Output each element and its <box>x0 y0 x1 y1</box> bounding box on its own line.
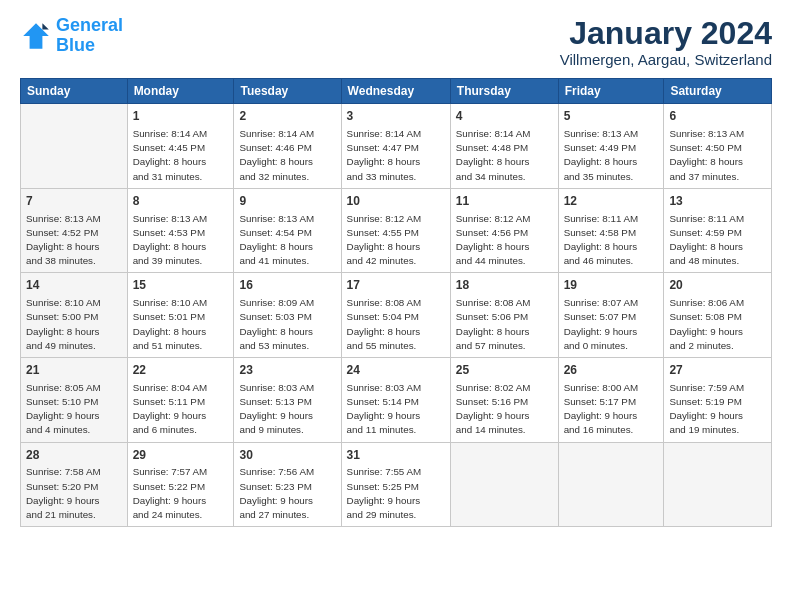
calendar-cell: 7Sunrise: 8:13 AMSunset: 4:52 PMDaylight… <box>21 188 128 273</box>
page: General Blue January 2024 Villmergen, Aa… <box>0 0 792 612</box>
calendar-cell: 26Sunrise: 8:00 AMSunset: 5:17 PMDayligh… <box>558 358 664 443</box>
main-title: January 2024 <box>560 16 772 51</box>
day-info: Sunrise: 7:57 AMSunset: 5:22 PMDaylight:… <box>133 465 229 522</box>
day-number: 7 <box>26 193 122 210</box>
day-info: Sunrise: 8:12 AMSunset: 4:56 PMDaylight:… <box>456 212 553 269</box>
day-info: Sunrise: 8:13 AMSunset: 4:53 PMDaylight:… <box>133 212 229 269</box>
day-info: Sunrise: 8:13 AMSunset: 4:52 PMDaylight:… <box>26 212 122 269</box>
day-info: Sunrise: 8:02 AMSunset: 5:16 PMDaylight:… <box>456 381 553 438</box>
day-number: 21 <box>26 362 122 379</box>
day-info: Sunrise: 8:14 AMSunset: 4:47 PMDaylight:… <box>347 127 445 184</box>
calendar-cell: 3Sunrise: 8:14 AMSunset: 4:47 PMDaylight… <box>341 104 450 189</box>
day-of-week-header: Tuesday <box>234 79 341 104</box>
day-number: 9 <box>239 193 335 210</box>
calendar-cell: 9Sunrise: 8:13 AMSunset: 4:54 PMDaylight… <box>234 188 341 273</box>
calendar-cell: 15Sunrise: 8:10 AMSunset: 5:01 PMDayligh… <box>127 273 234 358</box>
calendar-cell: 29Sunrise: 7:57 AMSunset: 5:22 PMDayligh… <box>127 442 234 527</box>
calendar-cell: 23Sunrise: 8:03 AMSunset: 5:13 PMDayligh… <box>234 358 341 443</box>
calendar-cell: 17Sunrise: 8:08 AMSunset: 5:04 PMDayligh… <box>341 273 450 358</box>
calendar-week-row: 7Sunrise: 8:13 AMSunset: 4:52 PMDaylight… <box>21 188 772 273</box>
day-info: Sunrise: 8:14 AMSunset: 4:46 PMDaylight:… <box>239 127 335 184</box>
day-number: 17 <box>347 277 445 294</box>
day-number: 15 <box>133 277 229 294</box>
logo-text: General Blue <box>56 16 123 56</box>
day-number: 10 <box>347 193 445 210</box>
header: General Blue January 2024 Villmergen, Aa… <box>20 16 772 68</box>
calendar-header: SundayMondayTuesdayWednesdayThursdayFrid… <box>21 79 772 104</box>
calendar-cell: 18Sunrise: 8:08 AMSunset: 5:06 PMDayligh… <box>450 273 558 358</box>
calendar-cell: 8Sunrise: 8:13 AMSunset: 4:53 PMDaylight… <box>127 188 234 273</box>
calendar-cell: 10Sunrise: 8:12 AMSunset: 4:55 PMDayligh… <box>341 188 450 273</box>
day-number: 25 <box>456 362 553 379</box>
svg-marker-1 <box>42 23 48 29</box>
day-number: 18 <box>456 277 553 294</box>
calendar-cell: 6Sunrise: 8:13 AMSunset: 4:50 PMDaylight… <box>664 104 772 189</box>
calendar-cell: 19Sunrise: 8:07 AMSunset: 5:07 PMDayligh… <box>558 273 664 358</box>
calendar-cell: 4Sunrise: 8:14 AMSunset: 4:48 PMDaylight… <box>450 104 558 189</box>
calendar-cell: 27Sunrise: 7:59 AMSunset: 5:19 PMDayligh… <box>664 358 772 443</box>
calendar-cell: 31Sunrise: 7:55 AMSunset: 5:25 PMDayligh… <box>341 442 450 527</box>
day-of-week-header: Saturday <box>664 79 772 104</box>
calendar-cell: 5Sunrise: 8:13 AMSunset: 4:49 PMDaylight… <box>558 104 664 189</box>
day-info: Sunrise: 8:11 AMSunset: 4:58 PMDaylight:… <box>564 212 659 269</box>
day-info: Sunrise: 8:10 AMSunset: 5:00 PMDaylight:… <box>26 296 122 353</box>
calendar-cell <box>21 104 128 189</box>
day-number: 20 <box>669 277 766 294</box>
calendar-body: 1Sunrise: 8:14 AMSunset: 4:45 PMDaylight… <box>21 104 772 527</box>
day-info: Sunrise: 8:00 AMSunset: 5:17 PMDaylight:… <box>564 381 659 438</box>
day-info: Sunrise: 8:10 AMSunset: 5:01 PMDaylight:… <box>133 296 229 353</box>
day-of-week-header: Wednesday <box>341 79 450 104</box>
day-info: Sunrise: 7:58 AMSunset: 5:20 PMDaylight:… <box>26 465 122 522</box>
day-info: Sunrise: 8:14 AMSunset: 4:45 PMDaylight:… <box>133 127 229 184</box>
day-info: Sunrise: 7:59 AMSunset: 5:19 PMDaylight:… <box>669 381 766 438</box>
day-number: 8 <box>133 193 229 210</box>
day-number: 16 <box>239 277 335 294</box>
day-number: 5 <box>564 108 659 125</box>
logo-line2: Blue <box>56 35 95 55</box>
day-number: 4 <box>456 108 553 125</box>
calendar-cell: 1Sunrise: 8:14 AMSunset: 4:45 PMDaylight… <box>127 104 234 189</box>
calendar-cell: 12Sunrise: 8:11 AMSunset: 4:58 PMDayligh… <box>558 188 664 273</box>
day-of-week-header: Sunday <box>21 79 128 104</box>
day-number: 22 <box>133 362 229 379</box>
day-of-week-header: Thursday <box>450 79 558 104</box>
calendar-cell: 28Sunrise: 7:58 AMSunset: 5:20 PMDayligh… <box>21 442 128 527</box>
day-number: 29 <box>133 447 229 464</box>
day-info: Sunrise: 8:03 AMSunset: 5:14 PMDaylight:… <box>347 381 445 438</box>
logo-icon <box>20 20 52 52</box>
calendar-week-row: 1Sunrise: 8:14 AMSunset: 4:45 PMDaylight… <box>21 104 772 189</box>
day-number: 24 <box>347 362 445 379</box>
day-info: Sunrise: 7:55 AMSunset: 5:25 PMDaylight:… <box>347 465 445 522</box>
day-number: 2 <box>239 108 335 125</box>
day-info: Sunrise: 8:07 AMSunset: 5:07 PMDaylight:… <box>564 296 659 353</box>
calendar-cell: 14Sunrise: 8:10 AMSunset: 5:00 PMDayligh… <box>21 273 128 358</box>
day-number: 19 <box>564 277 659 294</box>
day-number: 26 <box>564 362 659 379</box>
day-number: 28 <box>26 447 122 464</box>
calendar-cell <box>558 442 664 527</box>
day-number: 30 <box>239 447 335 464</box>
day-number: 23 <box>239 362 335 379</box>
calendar-cell: 21Sunrise: 8:05 AMSunset: 5:10 PMDayligh… <box>21 358 128 443</box>
day-info: Sunrise: 8:04 AMSunset: 5:11 PMDaylight:… <box>133 381 229 438</box>
title-block: January 2024 Villmergen, Aargau, Switzer… <box>560 16 772 68</box>
calendar-week-row: 21Sunrise: 8:05 AMSunset: 5:10 PMDayligh… <box>21 358 772 443</box>
calendar-cell <box>664 442 772 527</box>
calendar-cell: 20Sunrise: 8:06 AMSunset: 5:08 PMDayligh… <box>664 273 772 358</box>
day-info: Sunrise: 8:05 AMSunset: 5:10 PMDaylight:… <box>26 381 122 438</box>
calendar-week-row: 28Sunrise: 7:58 AMSunset: 5:20 PMDayligh… <box>21 442 772 527</box>
day-info: Sunrise: 8:08 AMSunset: 5:04 PMDaylight:… <box>347 296 445 353</box>
day-number: 13 <box>669 193 766 210</box>
days-of-week-row: SundayMondayTuesdayWednesdayThursdayFrid… <box>21 79 772 104</box>
day-of-week-header: Monday <box>127 79 234 104</box>
day-info: Sunrise: 8:11 AMSunset: 4:59 PMDaylight:… <box>669 212 766 269</box>
day-info: Sunrise: 8:13 AMSunset: 4:50 PMDaylight:… <box>669 127 766 184</box>
day-number: 31 <box>347 447 445 464</box>
calendar-week-row: 14Sunrise: 8:10 AMSunset: 5:00 PMDayligh… <box>21 273 772 358</box>
day-info: Sunrise: 7:56 AMSunset: 5:23 PMDaylight:… <box>239 465 335 522</box>
day-info: Sunrise: 8:03 AMSunset: 5:13 PMDaylight:… <box>239 381 335 438</box>
calendar-cell: 16Sunrise: 8:09 AMSunset: 5:03 PMDayligh… <box>234 273 341 358</box>
calendar-cell: 24Sunrise: 8:03 AMSunset: 5:14 PMDayligh… <box>341 358 450 443</box>
day-number: 27 <box>669 362 766 379</box>
day-of-week-header: Friday <box>558 79 664 104</box>
